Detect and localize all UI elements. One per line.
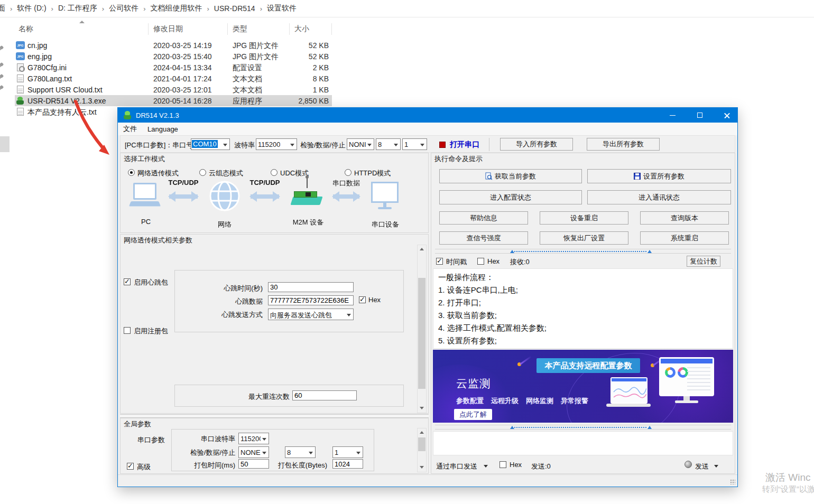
global-pds-label: 检验/数据/停止 <box>190 448 235 458</box>
global-baud-select[interactable]: 115200 <box>238 433 269 444</box>
titlebar[interactable]: DR514 V2.1.3 <box>118 108 737 123</box>
pack-length-input[interactable] <box>332 459 363 469</box>
dotted-splitter[interactable] <box>435 425 731 430</box>
register-enable-checkbox[interactable] <box>124 327 131 334</box>
chevron-down-icon[interactable] <box>714 465 718 468</box>
heartbeat-time-input[interactable] <box>268 282 354 292</box>
banner-cta-button[interactable]: 点此了解 <box>454 409 492 420</box>
global-stopbits-select[interactable]: 1 <box>332 446 363 458</box>
scroll-down-icon[interactable] <box>418 463 426 472</box>
breadcrumb-item[interactable]: 面 <box>0 4 8 13</box>
send-hex-checkbox[interactable] <box>500 461 506 468</box>
instruction-line: 5. 设置所有参数; <box>438 336 497 346</box>
cloud-promo-banner[interactable]: 本产品支持远程配置参数 云监测 参数配置 远程升级 网络监测 异常报警 点此了解 <box>433 350 733 423</box>
radio-cloud-scada-mode[interactable] <box>199 169 206 176</box>
net-params-scrollbar[interactable] <box>417 245 427 413</box>
column-header-name[interactable]: 名称 <box>18 24 33 34</box>
advanced-checkbox[interactable] <box>127 463 134 470</box>
minimize-button[interactable] <box>662 108 682 123</box>
column-header-size[interactable]: 大小 <box>294 24 309 34</box>
close-button[interactable] <box>716 108 737 123</box>
baud-select[interactable]: 115200 <box>256 138 297 150</box>
breadcrumb-item[interactable]: 软件 (D:) <box>14 4 49 13</box>
breadcrumb-separator: › <box>205 5 210 13</box>
scroll-thumb[interactable] <box>418 278 426 389</box>
file-size: 8 KB <box>313 74 329 83</box>
horizontal-splitter[interactable] <box>120 414 429 418</box>
file-row[interactable]: Support USR Cloud.txt 2020-03-25 12:01 文… <box>15 84 332 95</box>
recv-hex-checkbox[interactable] <box>477 258 484 265</box>
get-params-button[interactable]: 获取当前参数 <box>439 169 582 183</box>
heartbeat-data-input[interactable] <box>268 295 354 305</box>
heartbeat-mode-select[interactable]: 向服务器发送心跳包 <box>268 309 354 320</box>
resize-grip[interactable] <box>730 479 735 484</box>
breadcrumb-item[interactable]: 公司软件 <box>106 4 142 13</box>
import-params-button[interactable]: 导入所有参数 <box>500 138 573 151</box>
heartbeat-enable-checkbox[interactable] <box>124 278 131 285</box>
breadcrumb-item[interactable]: 设置软件 <box>264 4 300 13</box>
query-version-button[interactable]: 查询版本 <box>640 211 729 225</box>
radio-label[interactable]: UDC模式 <box>280 169 309 178</box>
global-databits-select[interactable]: 8 <box>285 446 316 458</box>
scroll-thumb[interactable] <box>418 437 426 451</box>
reconnect-input[interactable] <box>292 390 357 400</box>
menu-language[interactable]: Language <box>142 123 183 135</box>
scroll-up-icon[interactable] <box>418 245 426 254</box>
reset-counter-button[interactable]: 复位计数 <box>687 256 720 267</box>
serial-device-icon <box>371 182 399 203</box>
breadcrumb-separator: › <box>258 5 264 13</box>
scroll-down-icon[interactable] <box>418 404 426 413</box>
factory-reset-button[interactable]: 恢复出厂设置 <box>540 231 628 245</box>
receive-log-area[interactable]: 一般操作流程： 1. 设备连PC串口,上电; 2. 打开串口; 3. 获取当前参… <box>433 268 733 349</box>
help-info-button[interactable]: 帮助信息 <box>439 211 528 225</box>
pc-label: PC <box>130 218 162 226</box>
radio-net-transparent-mode[interactable] <box>128 169 135 176</box>
timestamp-checkbox[interactable] <box>436 258 443 265</box>
radio-label[interactable]: 云组态模式 <box>209 169 243 178</box>
send-data-area[interactable] <box>433 431 733 455</box>
menu-file[interactable]: 文件 <box>118 123 142 135</box>
parity-select[interactable]: NONI <box>347 138 374 150</box>
global-params-scrollbar[interactable] <box>417 428 427 472</box>
com-port-select[interactable]: COM10 <box>191 138 230 150</box>
export-params-button[interactable]: 导出所有参数 <box>587 138 660 151</box>
set-params-button[interactable]: 设置所有参数 <box>587 169 731 183</box>
system-restart-button[interactable]: 系统重启 <box>640 231 729 245</box>
open-port-button[interactable]: 打开串口 <box>450 140 479 150</box>
file-row[interactable]: eng.jpg 2020-03-25 15:40 JPG 图片文件 52 KB <box>15 51 332 62</box>
send-channel-dropdown[interactable]: 通过串口发送 <box>436 462 477 471</box>
file-row-selected[interactable]: USR-DR514 V2.1.3.exe 2020-05-14 16:28 应用… <box>15 95 332 106</box>
enter-config-button[interactable]: 进入配置状态 <box>439 190 582 204</box>
stopbits-select[interactable]: 1 <box>402 138 427 150</box>
file-row[interactable]: G780Lang.txt 2021-04-01 17:24 文本文档 8 KB <box>15 73 332 84</box>
breadcrumb-item[interactable]: 文档组使用软件 <box>147 4 205 13</box>
send-button[interactable]: 发送 <box>695 462 709 471</box>
global-baud-value: 115200 <box>240 435 261 443</box>
file-name: G780Lang.txt <box>27 74 72 83</box>
maximize-button[interactable] <box>690 108 710 123</box>
radio-label[interactable]: HTTPD模式 <box>354 169 391 178</box>
breadcrumb-item[interactable]: USR-DR514 <box>211 4 258 13</box>
check-signal-button[interactable]: 查信号强度 <box>439 231 528 245</box>
radio-udc-mode[interactable] <box>271 169 278 176</box>
column-header-date[interactable]: 修改日期 <box>153 24 183 34</box>
device-restart-button[interactable]: 设备重启 <box>540 211 628 225</box>
breadcrumb-item[interactable]: D: 工作程序 <box>55 4 100 13</box>
file-row[interactable]: G780Cfg.ini 2024-04-15 13:34 配置设置 2 KB <box>15 62 332 73</box>
column-header-type[interactable]: 类型 <box>233 24 247 34</box>
dotted-splitter[interactable] <box>435 249 731 254</box>
pack-time-input[interactable] <box>238 459 269 469</box>
enter-comm-button[interactable]: 进入通讯状态 <box>587 190 731 204</box>
scroll-up-icon[interactable] <box>418 428 426 437</box>
chevron-down-icon[interactable] <box>484 465 488 468</box>
global-parity-select[interactable]: NONE <box>238 446 269 458</box>
heartbeat-hex-checkbox[interactable] <box>359 296 366 303</box>
radio-label[interactable]: 网络透传模式 <box>137 169 179 178</box>
radio-httpd-mode[interactable] <box>345 169 352 176</box>
global-databits-value: 8 <box>287 449 291 456</box>
sort-caret-icon <box>79 21 85 23</box>
app-icon <box>123 111 132 119</box>
databits-select[interactable]: 8 <box>376 138 401 150</box>
instruction-line: 3. 获取当前参数; <box>438 311 497 321</box>
file-row[interactable]: cn.jpg 2020-03-25 14:19 JPG 图片文件 52 KB <box>15 40 332 51</box>
